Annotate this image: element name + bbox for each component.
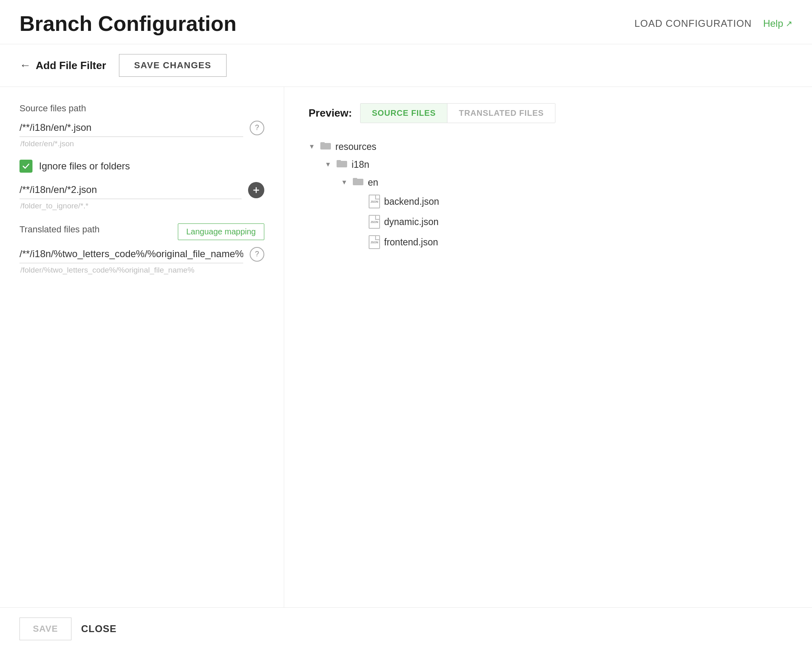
ignore-checkbox-row: Ignore files or folders	[19, 160, 264, 173]
main-content: Source files path ? /folder/en/*.json Ig…	[0, 87, 812, 607]
ignore-pattern-input[interactable]	[19, 181, 242, 199]
tree-folder-resources[interactable]: ▼ resources	[309, 138, 788, 156]
svg-rect-6	[337, 160, 341, 162]
file-icon: JSON	[369, 235, 380, 249]
file-icon: JSON	[369, 195, 380, 208]
source-files-input[interactable]	[19, 119, 243, 137]
source-files-input-row: ?	[19, 119, 264, 137]
add-ignore-pattern-button[interactable]	[248, 182, 264, 198]
help-label: Help	[763, 18, 783, 29]
tab-translated-files[interactable]: TRANSLATED FILES	[447, 104, 555, 123]
back-button[interactable]: ← Add File Filter	[19, 59, 106, 72]
footer-close-button[interactable]: CLOSE	[81, 623, 117, 635]
ignore-input-row	[19, 181, 264, 199]
svg-rect-8	[353, 178, 357, 180]
page-header: Branch Configuration LOAD CONFIGURATION …	[0, 0, 812, 44]
load-configuration-button[interactable]: LOAD CONFIGURATION	[635, 18, 752, 29]
external-link-icon: ↗	[786, 19, 793, 28]
translated-files-input[interactable]	[19, 245, 243, 263]
help-link[interactable]: Help ↗	[763, 18, 793, 29]
preview-header: Preview: SOURCE FILES TRANSLATED FILES	[309, 103, 788, 123]
tree-folder-i18n-label: i18n	[352, 159, 369, 170]
preview-label: Preview:	[309, 107, 352, 119]
right-panel: Preview: SOURCE FILES TRANSLATED FILES ▼	[284, 87, 812, 607]
tree-file-dynamic-label: dynamic.json	[384, 217, 438, 228]
ignore-checkbox[interactable]	[19, 160, 32, 173]
back-arrow-icon: ←	[19, 59, 31, 72]
file-tree: ▼ resources ▼	[309, 138, 788, 252]
ignore-hint: /folder_to_ignore/*.*	[19, 202, 264, 210]
svg-rect-4	[320, 142, 325, 144]
tree-file-backend[interactable]: JSON backend.json	[309, 191, 788, 212]
language-mapping-button[interactable]: Language mapping	[178, 223, 264, 240]
tree-folder-en[interactable]: ▼ en	[309, 173, 788, 191]
left-panel: Source files path ? /folder/en/*.json Ig…	[0, 87, 284, 607]
save-changes-button[interactable]: SAVE CHANGES	[119, 54, 226, 77]
tree-folder-en-label: en	[368, 177, 378, 188]
ignore-label: Ignore files or folders	[39, 160, 130, 172]
page-title: Branch Configuration	[19, 11, 236, 36]
chevron-icon: ▼	[341, 179, 348, 186]
translated-files-label: Translated files path	[19, 224, 99, 235]
header-actions: LOAD CONFIGURATION Help ↗	[635, 18, 793, 29]
source-files-help-icon[interactable]: ?	[250, 121, 264, 135]
tree-file-backend-label: backend.json	[384, 196, 439, 207]
translated-files-help-icon[interactable]: ?	[250, 247, 264, 262]
tree-folder-i18n[interactable]: ▼ i18n	[309, 156, 788, 173]
translated-files-input-row: ?	[19, 245, 264, 263]
translated-header-row: Translated files path Language mapping	[19, 223, 264, 240]
subheader-title: Add File Filter	[36, 59, 106, 72]
preview-tab-group: SOURCE FILES TRANSLATED FILES	[360, 103, 556, 123]
tree-folder-resources-label: resources	[335, 141, 376, 152]
footer-save-button[interactable]: SAVE	[19, 618, 71, 640]
tree-file-frontend[interactable]: JSON frontend.json	[309, 232, 788, 252]
translated-files-hint: /folder/%two_letters_code%/%original_fil…	[19, 266, 264, 275]
source-files-hint: /folder/en/*.json	[19, 139, 264, 148]
translated-section: Translated files path Language mapping ?…	[19, 223, 264, 275]
tree-file-frontend-label: frontend.json	[384, 237, 438, 248]
source-files-label: Source files path	[19, 103, 264, 114]
subheader: ← Add File Filter SAVE CHANGES	[0, 44, 812, 87]
file-icon: JSON	[369, 215, 380, 229]
folder-icon	[320, 141, 331, 152]
tab-source-files[interactable]: SOURCE FILES	[361, 104, 447, 123]
folder-icon	[352, 177, 364, 188]
tree-file-dynamic[interactable]: JSON dynamic.json	[309, 212, 788, 232]
folder-icon	[336, 159, 348, 170]
chevron-icon: ▼	[309, 143, 316, 150]
chevron-icon: ▼	[325, 161, 332, 168]
footer: SAVE CLOSE	[0, 607, 812, 650]
